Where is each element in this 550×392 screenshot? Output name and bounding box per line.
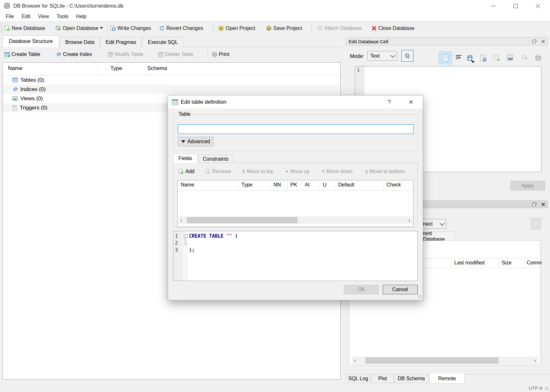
tab-constraints[interactable]: Constraints xyxy=(198,155,233,163)
save-project-button[interactable]: Save Project xyxy=(266,21,302,35)
column-header-ai[interactable]: AI xyxy=(305,182,310,188)
float-panel-icon[interactable] xyxy=(532,39,536,44)
delete-table-button[interactable]: Delete Table xyxy=(158,48,193,61)
window-resize-grip[interactable] xyxy=(545,387,549,390)
maximize-button[interactable] xyxy=(508,0,523,12)
move-up-button[interactable]: Move up xyxy=(285,167,310,176)
scrollbar-thumb[interactable] xyxy=(365,357,498,364)
apply-button[interactable]: Apply xyxy=(510,181,545,191)
tab-execute-sql[interactable]: Execute SQL xyxy=(142,37,184,47)
column-header-commit[interactable]: Comm xyxy=(527,260,542,266)
scrollbar-thumb[interactable] xyxy=(187,217,297,223)
tree-item-tables[interactable]: Tables (0) xyxy=(3,75,340,85)
close-database-button[interactable]: Close Database xyxy=(372,21,414,35)
tab-database-structure[interactable]: Database Structure xyxy=(3,35,59,47)
move-to-top-button[interactable]: Move to top xyxy=(242,167,274,176)
menu-view[interactable]: View xyxy=(34,12,52,21)
dialog-help-button[interactable]: ? xyxy=(382,95,396,108)
column-header-type[interactable]: Type xyxy=(110,65,122,72)
column-header-u[interactable]: U xyxy=(323,182,327,188)
column-divider[interactable] xyxy=(451,260,452,268)
dialog-close-button[interactable]: ✕ xyxy=(403,95,419,108)
column-header-check[interactable]: Check xyxy=(386,182,401,188)
column-divider[interactable] xyxy=(320,182,320,190)
auto-apply-toggle-button[interactable] xyxy=(401,50,414,62)
tree-item-indices[interactable]: Indices (0) xyxy=(3,85,340,94)
menu-edit[interactable]: Edit xyxy=(18,12,34,21)
column-divider[interactable] xyxy=(287,182,288,190)
column-divider[interactable] xyxy=(302,182,302,190)
column-header-field-name[interactable]: Name xyxy=(181,182,194,188)
minimize-button[interactable] xyxy=(486,0,501,12)
dialog-resize-grip[interactable] xyxy=(418,295,422,298)
create-table-button[interactable]: Create Table xyxy=(4,48,40,61)
column-header-schema[interactable]: Schema xyxy=(147,65,167,72)
column-divider[interactable] xyxy=(383,182,384,190)
text-view-toggle[interactable] xyxy=(438,51,452,65)
column-header-pk[interactable]: PK xyxy=(290,182,297,188)
scroll-right-arrow[interactable]: › xyxy=(406,216,413,224)
menu-file[interactable]: File xyxy=(2,12,18,21)
column-divider[interactable] xyxy=(270,182,271,190)
new-database-button[interactable]: New Database xyxy=(4,21,45,35)
mode-select[interactable]: Text xyxy=(367,51,397,61)
attach-database-button[interactable]: Attach Database xyxy=(317,21,362,35)
column-divider[interactable] xyxy=(524,260,524,268)
write-changes-button[interactable]: Write Changes xyxy=(110,21,151,35)
scroll-left-arrow[interactable]: ‹ xyxy=(352,357,358,364)
menu-tools[interactable]: Tools xyxy=(53,12,72,21)
set-null-icon[interactable] xyxy=(522,55,528,60)
remote-current-database-tab[interactable]: rent Database xyxy=(420,232,455,241)
move-to-bottom-button[interactable]: Move to bottom xyxy=(365,167,405,176)
scroll-left-arrow[interactable]: ‹ xyxy=(178,216,184,224)
remove-field-button[interactable]: Remove xyxy=(205,167,231,176)
tab-browse-data[interactable]: Browse Data xyxy=(60,37,100,47)
column-divider[interactable] xyxy=(144,64,145,74)
tab-db-schema[interactable]: DB Schema xyxy=(394,374,428,383)
close-panel-icon[interactable] xyxy=(541,40,545,43)
print-cell-icon[interactable] xyxy=(535,55,541,61)
column-header-nn[interactable]: NN xyxy=(274,182,281,188)
open-project-button[interactable]: Open Project xyxy=(218,21,255,35)
column-divider[interactable] xyxy=(498,260,499,268)
column-header-default[interactable]: Default xyxy=(338,182,354,188)
advanced-button[interactable]: Advanced xyxy=(178,137,213,146)
column-header-size[interactable]: Size xyxy=(502,260,512,266)
move-down-button[interactable]: Move down xyxy=(322,167,352,176)
close-window-button[interactable] xyxy=(531,0,545,12)
float-panel-icon[interactable] xyxy=(532,202,536,206)
table-name-input[interactable] xyxy=(178,124,414,134)
ok-button[interactable]: OK xyxy=(344,285,379,294)
tab-edit-pragmas[interactable]: Edit Pragmas xyxy=(101,37,141,47)
tab-fields[interactable]: Fields xyxy=(173,154,198,163)
import-cell-data-icon[interactable] xyxy=(467,55,474,62)
open-database-button[interactable]: Open Database xyxy=(55,21,98,35)
column-divider[interactable] xyxy=(238,182,239,190)
fields-horizontal-scrollbar[interactable]: ‹ › xyxy=(178,216,413,224)
menu-help[interactable]: Help xyxy=(72,12,90,21)
fold-marker-icon[interactable]: − xyxy=(184,234,187,238)
tab-sql-log[interactable]: SQL Log xyxy=(346,374,371,383)
remote-push-button[interactable] xyxy=(531,218,541,230)
add-field-button[interactable]: Add xyxy=(178,167,194,176)
scroll-right-arrow[interactable]: › xyxy=(532,357,538,364)
column-header-name[interactable]: Name xyxy=(8,65,22,72)
open-database-dropdown-caret[interactable] xyxy=(100,29,103,34)
column-header-field-type[interactable]: Type xyxy=(241,182,253,188)
encoding-indicator[interactable]: UTF-8 xyxy=(529,385,542,391)
column-divider[interactable] xyxy=(98,64,98,74)
cancel-button[interactable]: Cancel xyxy=(383,285,418,294)
revert-changes-button[interactable]: Revert Changes xyxy=(159,21,203,35)
word-wrap-icon[interactable] xyxy=(456,55,462,60)
apply-cell-icon[interactable] xyxy=(494,55,501,61)
toolbar-drag-handle[interactable] xyxy=(1,23,3,33)
link-cell-icon[interactable] xyxy=(507,55,514,61)
tab-remote[interactable]: Remote xyxy=(429,374,465,384)
modify-table-button[interactable]: Modify Table xyxy=(108,48,143,61)
close-panel-icon[interactable] xyxy=(541,203,545,206)
column-divider[interactable] xyxy=(335,182,335,190)
column-header-last-modified[interactable]: Last modified xyxy=(454,260,484,266)
dialog-titlebar[interactable]: Edit table definition ? ✕ xyxy=(168,95,423,108)
create-index-button[interactable]: Create Index xyxy=(56,48,92,61)
remote-horizontal-scrollbar[interactable]: ‹ › xyxy=(352,357,538,364)
